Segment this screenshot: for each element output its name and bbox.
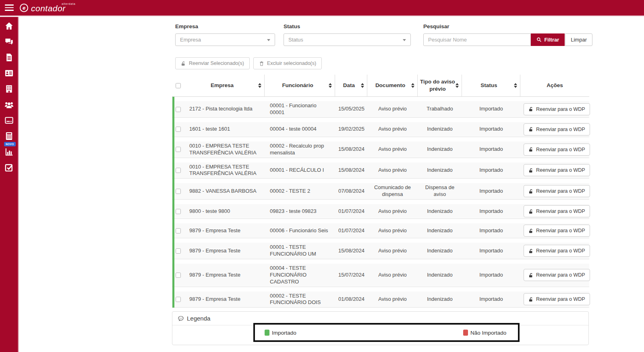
cell-tipo-aviso: Dispensa de aviso [418, 183, 462, 200]
cell-status: Importado [462, 243, 520, 259]
cell-funcionario: 00001 - Funcionario 00001 [265, 101, 335, 118]
row-checkbox[interactable] [176, 248, 181, 254]
row-checkbox[interactable] [176, 228, 181, 233]
unlock-icon [528, 106, 534, 112]
cell-tipo-aviso: Indenizado [418, 292, 462, 308]
table-row: 9879 - Empresa Teste00004 - TESTE FUNCIO… [172, 264, 589, 287]
cell-data: 07/08/2024 [335, 183, 367, 200]
cell-documento: Aviso prévio [367, 223, 418, 238]
logo-text: contador [31, 3, 66, 12]
clear-button[interactable]: Limpar [565, 33, 592, 46]
cell-tipo-aviso: Indenizado [418, 243, 462, 259]
unlock-icon [528, 297, 534, 302]
delete-selected-button[interactable]: Excluir selecionado(s) [253, 57, 322, 69]
sidebar-item-users[interactable] [0, 98, 18, 113]
column-header-empresa[interactable]: Empresa [184, 75, 265, 97]
id-card-icon [4, 69, 14, 79]
resend-wdp-button[interactable]: Reenviar para o WDP [524, 103, 590, 115]
sort-icon[interactable] [456, 83, 459, 88]
cell-empresa: 0010 - EMPRESA TESTE TRANSFERÊNCIA VALÉR… [184, 162, 265, 179]
column-header-status[interactable]: Status [462, 75, 520, 97]
empresa-select[interactable]: Empresa [175, 33, 275, 46]
cell-empresa: 1601 - teste 1601 [184, 122, 265, 137]
resend-wdp-button[interactable]: Reenviar para o WDP [524, 269, 590, 281]
sidebar-item-building[interactable] [0, 82, 18, 98]
column-header-tipo[interactable]: Tipo do aviso prévio [418, 75, 462, 97]
sidebar-item-credit-card[interactable] [0, 113, 18, 129]
cell-status: Importado [462, 122, 520, 137]
unlock-icon [528, 147, 534, 152]
status-select[interactable]: Status [284, 33, 411, 46]
legend-swatch [463, 329, 468, 335]
cell-status: Importado [462, 204, 520, 219]
resend-selected-button[interactable]: Reenviar Selecionado(s) [175, 57, 250, 69]
cell-tipo-aviso: Indenizado [418, 122, 462, 137]
row-checkbox[interactable] [176, 189, 181, 194]
column-header-funcionario[interactable]: Funcionário [265, 75, 335, 97]
sort-icon[interactable] [514, 83, 517, 88]
sidebar-item-bar-chart[interactable]: NOVO [0, 145, 18, 160]
cell-documento: Aviso prévio [367, 243, 418, 259]
resend-wdp-button[interactable]: Reenviar para o WDP [524, 205, 590, 217]
cell-documento: Aviso prévio [367, 162, 418, 179]
resend-wdp-button[interactable]: Reenviar para o WDP [524, 245, 590, 257]
row-checkbox[interactable] [176, 127, 181, 132]
sidebar-item-home[interactable] [0, 19, 18, 35]
resend-wdp-button[interactable]: Reenviar para o WDP [524, 293, 590, 305]
cell-tipo-aviso: Indenizado [418, 223, 462, 238]
select-all-checkbox[interactable] [176, 83, 181, 88]
legend-panel: Legenda ImportadoNão Importado [172, 311, 589, 345]
resend-wdp-button[interactable]: Reenviar para o WDP [524, 225, 590, 237]
cell-data: 01/07/2024 [335, 204, 367, 219]
table-row: 2172 - Pista tecnologia ltda00001 - Func… [172, 101, 589, 118]
novo-badge: NOVO [4, 142, 16, 146]
cell-tipo-aviso: Trabalhado [418, 101, 462, 118]
cell-status: Importado [462, 142, 520, 158]
table-row: 9879 - Empresa Teste00001 - TESTE FUNCIO… [172, 243, 589, 259]
calculator-icon [4, 131, 14, 142]
search-input[interactable] [423, 33, 531, 46]
resend-wdp-button[interactable]: Reenviar para o WDP [524, 185, 590, 197]
legend-item: Importado [265, 329, 296, 335]
cell-empresa: 9879 - Empresa Teste [184, 292, 265, 308]
unlock-icon [528, 273, 534, 278]
row-checkbox[interactable] [176, 273, 181, 278]
resend-wdp-button[interactable]: Reenviar para o WDP [524, 123, 590, 135]
credit-card-icon [4, 116, 14, 127]
search-icon [536, 37, 542, 42]
sidebar-item-check-square[interactable] [0, 160, 18, 176]
row-checkbox[interactable] [176, 297, 181, 302]
sort-icon[interactable] [329, 83, 332, 88]
unlock-icon [528, 189, 534, 194]
unlock-icon [528, 248, 534, 254]
resend-wdp-button[interactable]: Reenviar para o WDP [524, 144, 590, 156]
row-checkbox[interactable] [176, 107, 181, 112]
cell-documento: Aviso prévio [367, 292, 418, 308]
unlock-icon [528, 168, 534, 173]
resend-wdp-button[interactable]: Reenviar para o WDP [524, 164, 590, 176]
cell-tipo-aviso: Indenizado [418, 142, 462, 158]
sidebar-item-id-card[interactable] [0, 66, 18, 82]
app-logo: e contador alterdata [20, 3, 66, 12]
column-header-documento[interactable]: Documento [367, 75, 418, 97]
sort-icon[interactable] [258, 83, 261, 88]
row-checkbox[interactable] [176, 209, 181, 214]
hamburger-menu-icon[interactable] [5, 3, 14, 12]
column-header-data[interactable]: Data [335, 75, 367, 97]
row-checkbox[interactable] [176, 147, 181, 152]
sidebar-item-document[interactable] [0, 50, 18, 66]
cell-status: Importado [462, 183, 520, 200]
cell-status: Importado [462, 264, 520, 287]
cell-funcionario: 00004 - teste 00004 [265, 122, 335, 137]
filter-button[interactable]: Filtrar [531, 33, 565, 46]
table-body: 2172 - Pista tecnologia ltda00001 - Func… [172, 101, 589, 308]
cell-data: 19/02/2025 [335, 122, 367, 137]
sort-icon[interactable] [411, 83, 414, 88]
sidebar-item-chat[interactable] [0, 35, 18, 50]
cell-data: 15/08/2024 [335, 162, 367, 179]
results-table: EmpresaFuncionárioDataDocumentoTipo do a… [172, 70, 589, 312]
cell-funcionario: 00002 - TESTE 2 [265, 183, 335, 200]
row-checkbox[interactable] [176, 168, 181, 173]
sort-icon[interactable] [361, 83, 364, 88]
cell-documento: Aviso prévio [367, 264, 418, 287]
